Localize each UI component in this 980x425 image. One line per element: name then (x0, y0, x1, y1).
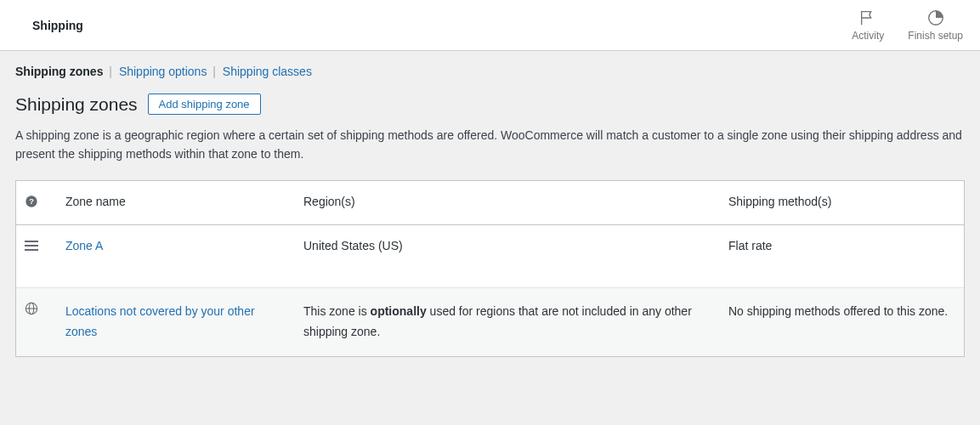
topbar-actions: Activity Finish setup (852, 8, 963, 42)
help-header: ? (16, 181, 57, 225)
topbar: Shipping Activity Finish setup (0, 0, 980, 51)
col-region: Region(s) (295, 181, 720, 225)
page-title: Shipping (32, 19, 83, 32)
zone-link[interactable]: Zone A (65, 239, 103, 252)
col-methods: Shipping method(s) (720, 181, 964, 225)
table-header-row: ? Zone name Region(s) Shipping method(s) (16, 181, 964, 225)
default-zone-link[interactable]: Locations not covered by your other zone… (65, 304, 255, 338)
svg-rect-3 (25, 241, 38, 242)
help-icon[interactable]: ? (25, 195, 38, 208)
section-heading: Shipping zones (15, 94, 138, 115)
drag-handle-icon (25, 239, 38, 252)
flag-icon (858, 8, 877, 27)
svg-text:?: ? (29, 198, 34, 207)
globe-cell (16, 288, 57, 356)
add-shipping-zone-button[interactable]: Add shipping zone (148, 94, 261, 115)
tab-separator: | (109, 65, 112, 78)
finish-setup-label: Finish setup (908, 30, 963, 42)
shipping-zones-table: ? Zone name Region(s) Shipping method(s)… (15, 180, 965, 357)
svg-rect-4 (25, 245, 38, 246)
default-region-bold: optionally (371, 304, 427, 318)
zone-methods-cell: Flat rate (720, 225, 964, 288)
svg-rect-5 (25, 249, 38, 251)
default-zone-name-cell: Locations not covered by your other zone… (57, 288, 295, 356)
drag-handle-cell[interactable] (16, 225, 57, 288)
table-row: Zone A United States (US) Flat rate (16, 225, 964, 288)
table-row-default: Locations not covered by your other zone… (16, 288, 964, 356)
tab-shipping-classes[interactable]: Shipping classes (223, 65, 312, 78)
activity-button[interactable]: Activity (852, 8, 884, 42)
globe-icon (25, 302, 38, 315)
zone-name-cell: Zone A (57, 225, 295, 288)
subtabs: Shipping zones | Shipping options | Ship… (15, 65, 965, 78)
col-zone-name: Zone name (57, 181, 295, 225)
main-content: Shipping zones | Shipping options | Ship… (0, 51, 980, 371)
activity-label: Activity (852, 30, 884, 42)
progress-circle-icon (926, 8, 945, 27)
tab-shipping-options[interactable]: Shipping options (119, 65, 207, 78)
section-description: A shipping zone is a geographic region w… (15, 127, 965, 163)
default-zone-methods-cell: No shipping methods offered to this zone… (720, 288, 964, 356)
tab-shipping-zones[interactable]: Shipping zones (15, 65, 103, 78)
default-zone-region-cell: This zone is optionally used for regions… (295, 288, 720, 356)
zone-region-cell: United States (US) (295, 225, 720, 288)
finish-setup-button[interactable]: Finish setup (908, 8, 963, 42)
default-region-pre: This zone is (303, 304, 371, 318)
heading-row: Shipping zones Add shipping zone (15, 94, 965, 115)
tab-separator: | (212, 65, 216, 78)
